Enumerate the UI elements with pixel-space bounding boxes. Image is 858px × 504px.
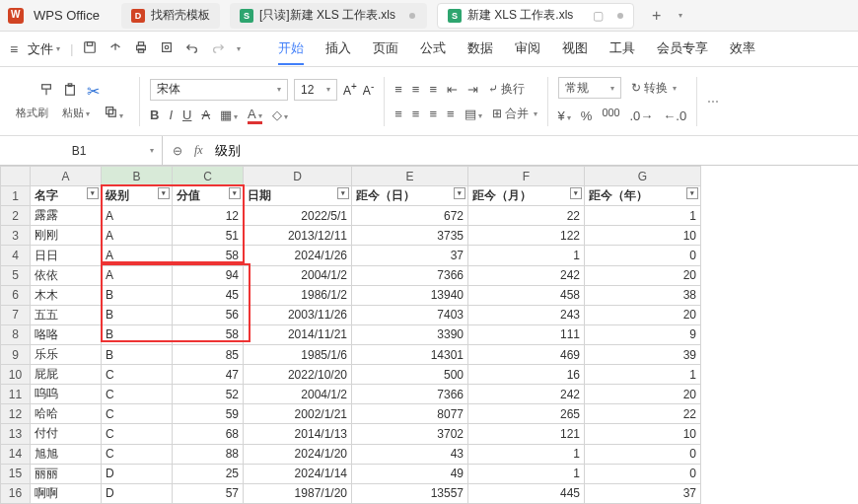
cell[interactable]: 445	[468, 483, 585, 503]
tab-tools[interactable]: 工具	[609, 34, 635, 65]
cell[interactable]: 14301	[352, 345, 468, 365]
cut-icon[interactable]: ✂	[87, 82, 100, 101]
cell[interactable]: 7403	[352, 305, 468, 324]
row-header[interactable]: 9	[1, 345, 31, 365]
cell[interactable]: 1986/1/2	[244, 285, 352, 305]
table-row[interactable]: 7五五B562003/11/26740324320	[1, 305, 701, 324]
cell[interactable]: 43	[352, 444, 468, 464]
cell[interactable]: 1987/1/20	[244, 483, 352, 503]
filter-icon[interactable]: ▾	[158, 187, 170, 199]
tab-review[interactable]: 审阅	[515, 34, 540, 65]
cell[interactable]: 2002/1/21	[244, 404, 352, 424]
more-icon[interactable]: ⋯	[707, 95, 719, 108]
cell[interactable]: 39	[585, 345, 701, 365]
cell[interactable]: 2014/1/13	[244, 424, 352, 444]
cell[interactable]: 1	[468, 246, 585, 265]
cell[interactable]: 49	[352, 464, 468, 483]
cell[interactable]: 52	[173, 385, 244, 404]
cell[interactable]: 2024/1/14	[244, 464, 352, 483]
cell[interactable]: 7366	[352, 265, 468, 285]
table-row[interactable]: 4日日A582024/1/263710	[1, 246, 701, 265]
cell[interactable]: 111	[468, 324, 585, 344]
tab-restore-icon[interactable]: ▢	[593, 9, 604, 23]
cell[interactable]: 2003/11/26	[244, 305, 352, 324]
cell[interactable]: 22	[585, 404, 701, 424]
table-row[interactable]: 8咯咯B582014/11/2133901119	[1, 324, 701, 344]
row-header[interactable]: 15	[1, 464, 31, 483]
col-header-D[interactable]: D	[244, 167, 352, 186]
cell[interactable]: 五五	[31, 305, 102, 324]
cell[interactable]: 2013/12/11	[244, 226, 352, 246]
name-box[interactable]: B1 ▾	[0, 136, 163, 165]
cell[interactable]: 3390	[352, 324, 468, 344]
font-size-select[interactable]: 12▾	[294, 79, 337, 101]
col-header-C[interactable]: C	[173, 167, 244, 186]
cell[interactable]: 10	[585, 226, 701, 246]
italic-button[interactable]: I	[169, 108, 173, 122]
cell[interactable]: D	[102, 483, 173, 503]
cell[interactable]: 露露	[31, 206, 102, 226]
cell[interactable]: 1	[468, 464, 585, 483]
strikethrough-button[interactable]: A	[201, 108, 210, 122]
print-preview-icon[interactable]	[160, 40, 174, 57]
table-row[interactable]: 6木木B451986/1/21394045838	[1, 285, 701, 305]
cell[interactable]: 20	[585, 265, 701, 285]
increase-decimal-icon[interactable]: .0→	[629, 108, 653, 123]
align-center-icon[interactable]: ≡	[412, 107, 420, 121]
cell[interactable]: 1	[585, 365, 701, 385]
table-row[interactable]: 5依依A942004/1/2736624220	[1, 265, 701, 285]
cell[interactable]: 8077	[352, 404, 468, 424]
format-painter-icon[interactable]	[39, 83, 53, 101]
row-header[interactable]: 3	[1, 226, 31, 246]
copy-menu-icon[interactable]	[104, 105, 123, 120]
number-format-select[interactable]: 常规▾	[558, 77, 621, 99]
grid[interactable]: A B C D E F G 1 名字▾ 级别▾ 分值▾ 日期▾ 距今（日）▾ 距…	[0, 166, 701, 504]
paste-label[interactable]: 粘贴	[62, 106, 90, 120]
cell[interactable]: 0	[585, 246, 701, 265]
col-header-A[interactable]: A	[31, 167, 102, 186]
cell[interactable]: 25	[173, 464, 244, 483]
col-header-B[interactable]: B	[102, 167, 173, 186]
tab-menu-caret-icon[interactable]: ▾	[679, 11, 682, 20]
cell[interactable]: 7366	[352, 385, 468, 404]
row-header[interactable]: 16	[1, 483, 31, 503]
cell[interactable]: 22	[468, 206, 585, 226]
cell[interactable]: 12	[173, 206, 244, 226]
decrease-font-icon[interactable]: A-	[363, 81, 374, 98]
file-menu[interactable]: 文件▾	[28, 40, 60, 58]
cell[interactable]: 10	[585, 424, 701, 444]
cell[interactable]: 2024/1/26	[244, 246, 352, 265]
format-painter-label[interactable]: 格式刷	[16, 106, 48, 120]
cell[interactable]: 依依	[31, 265, 102, 285]
table-row[interactable]: 12哈哈C592002/1/21807726522	[1, 404, 701, 424]
filter-icon[interactable]: ▾	[337, 187, 349, 199]
merge-button[interactable]: ⊞ 合并	[492, 106, 537, 122]
decrease-indent-icon[interactable]: ⇤	[447, 82, 458, 97]
cell[interactable]: 121	[468, 424, 585, 444]
print-icon[interactable]	[134, 40, 148, 57]
new-tab-button[interactable]: +	[652, 7, 661, 25]
bold-button[interactable]: B	[150, 108, 159, 122]
tab-active-sheet[interactable]: S 新建 XLS 工作表.xls ▢	[437, 3, 634, 29]
filter-icon[interactable]: ▾	[686, 187, 698, 199]
tab-formula[interactable]: 公式	[420, 34, 446, 65]
col-header-E[interactable]: E	[352, 167, 468, 186]
cell[interactable]: 付付	[31, 424, 102, 444]
share-icon[interactable]	[108, 40, 122, 57]
cell[interactable]: 2014/11/21	[244, 324, 352, 344]
align-top-icon[interactable]: ≡	[394, 82, 402, 97]
cell[interactable]: 243	[468, 305, 585, 324]
cell[interactable]: 2004/1/2	[244, 265, 352, 285]
cell[interactable]: 16	[468, 365, 585, 385]
align-left-icon[interactable]: ≡	[394, 107, 402, 121]
align-right-icon[interactable]: ≡	[429, 107, 437, 121]
table-row[interactable]: 15丽丽D252024/1/144910	[1, 464, 701, 483]
cell[interactable]: 3702	[352, 424, 468, 444]
font-name-select[interactable]: 宋体▾	[150, 79, 288, 101]
row-header[interactable]: 4	[1, 246, 31, 265]
cell[interactable]: 45	[173, 285, 244, 305]
underline-button[interactable]: U	[182, 108, 191, 122]
cell[interactable]: 日日	[31, 246, 102, 265]
table-row[interactable]: 14旭旭C882024/1/204310	[1, 444, 701, 464]
col-header-F[interactable]: F	[468, 167, 585, 186]
